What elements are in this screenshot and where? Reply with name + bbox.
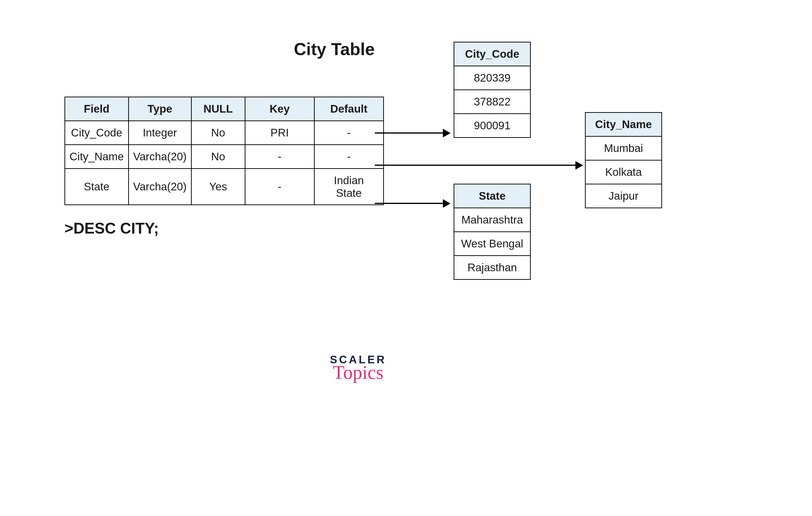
- diagram-canvas: City Table Field Type NULL Key Default C…: [0, 0, 812, 516]
- cell: Indian State: [314, 169, 383, 205]
- mini-header: State: [454, 184, 530, 208]
- cell: No: [191, 145, 245, 169]
- cell: Varcha(20): [128, 145, 191, 169]
- cell: City_Code: [65, 121, 129, 145]
- cell: Integer: [128, 121, 191, 145]
- cell: -: [245, 169, 314, 205]
- cell: PRI: [245, 121, 314, 145]
- cell: -: [314, 145, 383, 169]
- brand-logo: SCALER Topics: [320, 353, 396, 383]
- arrow-line: [375, 132, 443, 133]
- schema-header-row: Field Type NULL Key Default: [65, 97, 384, 121]
- cell: Yes: [191, 169, 245, 205]
- schema-row: City_Name Varcha(20) No - -: [65, 145, 384, 169]
- schema-row: State Varcha(20) Yes - Indian State: [65, 169, 384, 205]
- mini-cell: West Bengal: [454, 232, 530, 255]
- mini-cell: Rajasthan: [454, 255, 530, 279]
- schema-row: City_Code Integer No PRI -: [65, 121, 384, 145]
- mini-header: City_Name: [585, 113, 662, 136]
- col-header-null: NULL: [191, 97, 245, 121]
- mini-header: City_Code: [454, 42, 530, 66]
- city-name-table: City_Name Mumbai Kolkata Jaipur: [585, 112, 662, 208]
- mini-cell: 820339: [454, 66, 530, 90]
- mini-cell: Kolkata: [585, 160, 662, 184]
- sql-command: >DESC CITY;: [64, 219, 159, 237]
- col-header-field: Field: [65, 97, 129, 121]
- cell: -: [245, 145, 314, 169]
- arrow-head-icon: [443, 199, 451, 208]
- mini-cell: Maharashtra: [454, 208, 530, 232]
- city-code-table: City_Code 820339 378822 900091: [454, 42, 531, 138]
- mini-cell: Jaipur: [585, 184, 662, 208]
- mini-cell: Mumbai: [585, 136, 662, 160]
- state-table: State Maharashtra West Bengal Rajasthan: [454, 184, 531, 280]
- arrow-line: [375, 164, 575, 166]
- schema-table: Field Type NULL Key Default City_Code In…: [64, 97, 384, 205]
- cell: Varcha(20): [128, 169, 191, 205]
- cell: State: [65, 169, 129, 205]
- mini-cell: 900091: [454, 114, 530, 138]
- page-title: City Table: [267, 39, 401, 59]
- cell: -: [314, 121, 383, 145]
- col-header-type: Type: [128, 97, 191, 121]
- cell: No: [191, 121, 245, 145]
- mini-cell: 378822: [454, 90, 530, 114]
- arrow-line: [375, 203, 443, 204]
- arrow-head-icon: [575, 161, 583, 170]
- col-header-default: Default: [314, 97, 383, 121]
- col-header-key: Key: [245, 97, 314, 121]
- cell: City_Name: [65, 145, 129, 169]
- arrow-head-icon: [443, 129, 451, 138]
